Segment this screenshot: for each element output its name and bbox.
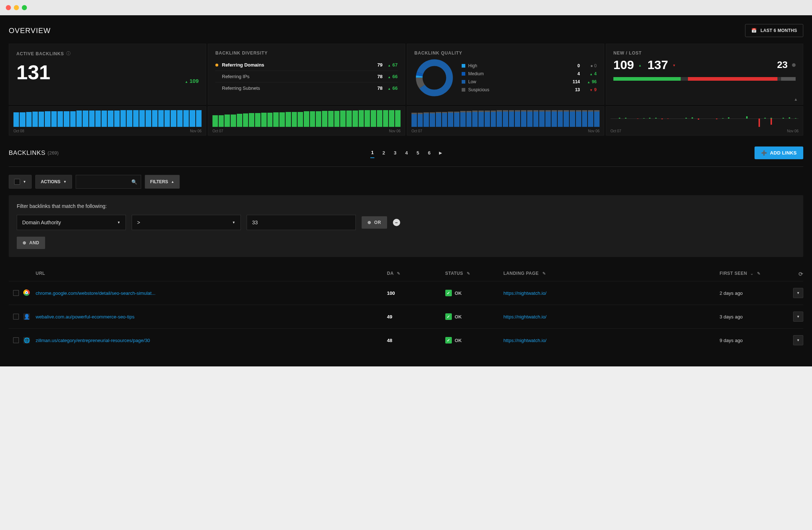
filter-intro: Filter backlinks that match the followin… [17, 203, 795, 209]
collapse-icon[interactable]: ▲ [794, 97, 798, 101]
filter-panel: Filter backlinks that match the followin… [9, 195, 803, 257]
row-menu-button[interactable]: ▼ [793, 288, 803, 298]
th-landing-page[interactable]: LANDING PAGE [503, 271, 539, 276]
landing-page-link[interactable]: https://nightwatch.io/ [503, 314, 547, 320]
svg-point-3 [419, 63, 449, 93]
status-badge: ✓OK [445, 290, 462, 296]
minimize-window-icon[interactable] [14, 5, 19, 10]
next-page-icon[interactable]: ▶ [438, 149, 443, 157]
da-value: 48 [387, 338, 392, 343]
window-titlebar [0, 0, 812, 15]
filter-operator-value: > [137, 220, 140, 225]
calendar-icon: 📅 [751, 28, 757, 33]
url-link[interactable]: chrome.google.com/webstore/detail/seo-se… [36, 290, 155, 296]
backlinks-table: URL DA ✎ STATUS ✎ LANDING PAGE ✎ FIRST S… [9, 267, 803, 352]
search-icon: 🔍 [131, 179, 137, 185]
favicon-icon [23, 289, 30, 296]
add-links-label: ADD LINKS [770, 150, 797, 156]
row-checkbox[interactable] [13, 290, 19, 296]
card-title: BACKLINK QUALITY [414, 51, 597, 56]
new-count: 109 [613, 58, 634, 72]
spark-quality: Oct 07 Nov 06 [407, 106, 604, 136]
lost-count: 137 [648, 58, 668, 72]
diversity-row[interactable]: Referring Subnets7866 [215, 83, 398, 94]
edit-icon[interactable]: ✎ [757, 271, 761, 276]
edit-icon[interactable]: ✎ [542, 271, 546, 276]
filter-value: 33 [252, 220, 258, 225]
spark-x-end: Nov 06 [389, 129, 401, 133]
favicon-icon: 👤 [23, 313, 30, 320]
table-row: 👤webalive.com.au/powerful-ecommerce-seo-… [9, 305, 803, 328]
row-menu-button[interactable]: ▼ [793, 335, 803, 345]
card-title: NEW / LOST [613, 51, 796, 56]
quality-legend-row: Suspicious139 [462, 86, 597, 94]
date-range-label: LAST 6 MONTHS [760, 28, 797, 33]
page-4[interactable]: 4 [405, 148, 409, 158]
edit-icon[interactable]: ✎ [397, 271, 401, 276]
chevron-down-icon: ▼ [232, 221, 235, 224]
add-links-button[interactable]: ➕ ADD LINKS [755, 146, 803, 159]
landing-page-link[interactable]: https://nightwatch.io/ [503, 290, 547, 296]
backlinks-title: BACKLINKS [9, 149, 45, 157]
actions-label: ACTIONS [41, 179, 60, 184]
spark-x-start: Oct 07 [411, 129, 422, 133]
spark-diversity: Oct 07 Nov 06 [208, 106, 405, 136]
page-5[interactable]: 5 [416, 148, 420, 158]
first-seen-value: 9 days ago [720, 338, 743, 343]
row-checkbox[interactable] [13, 314, 19, 320]
status-badge: ✓OK [445, 337, 462, 344]
page-3[interactable]: 3 [393, 148, 397, 158]
grey-dot-icon [792, 63, 796, 67]
close-window-icon[interactable] [6, 5, 11, 10]
status-badge: ✓OK [445, 313, 462, 320]
diversity-row[interactable]: Referring IPs7866 [215, 71, 398, 83]
quality-legend-row: High0● 0 [462, 62, 597, 70]
chevron-down-icon[interactable]: ⌄ [750, 271, 754, 276]
url-link[interactable]: webalive.com.au/powerful-ecommerce-seo-t… [36, 314, 135, 320]
page-2[interactable]: 2 [382, 148, 386, 158]
filter-field-value: Domain Authority [22, 220, 61, 225]
spark-active-backlinks: Oct 08 Nov 06 [9, 106, 206, 136]
url-link[interactable]: zillman.us/category/entrepreneurial-reso… [36, 338, 150, 343]
page-6[interactable]: 6 [427, 148, 431, 158]
remove-filter-button[interactable]: − [393, 219, 400, 226]
diversity-row[interactable]: Referring Domains7967 [215, 59, 398, 71]
select-all-checkbox[interactable]: ▼ [9, 175, 32, 189]
date-range-button[interactable]: 📅 LAST 6 MONTHS [745, 24, 803, 37]
and-label: AND [29, 240, 40, 245]
search-input[interactable]: 🔍 [76, 175, 141, 189]
active-backlinks-delta: 109 [185, 78, 199, 84]
plus-circle-icon: ⊕ [367, 220, 371, 225]
filter-field-select[interactable]: Domain Authority ▼ [17, 215, 126, 230]
maximize-window-icon[interactable] [22, 5, 27, 10]
refresh-icon[interactable]: ⟳ [799, 271, 804, 277]
card-quality: BACKLINK QUALITY High0● 0Medium44Low1149… [407, 44, 604, 105]
landing-page-link[interactable]: https://nightwatch.io/ [503, 338, 547, 343]
lost-delta-icon [672, 62, 677, 68]
or-label: OR [374, 220, 381, 225]
filter-and-button[interactable]: ⊕ AND [17, 237, 45, 249]
filter-or-button[interactable]: ⊕ OR [362, 216, 387, 229]
spark-x-end: Nov 06 [190, 129, 202, 133]
quality-legend-row: Low11496 [462, 78, 597, 86]
info-icon[interactable]: ⓘ [66, 51, 71, 57]
plus-icon: ➕ [761, 150, 767, 156]
card-active-backlinks: ACTIVE BACKLINKS ⓘ 131 109 [9, 44, 206, 105]
th-url[interactable]: URL [36, 271, 387, 277]
th-status[interactable]: STATUS [445, 271, 463, 276]
th-da[interactable]: DA [387, 271, 394, 276]
active-backlinks-value: 131 [16, 60, 50, 84]
quality-legend-row: Medium44 [462, 70, 597, 78]
row-checkbox[interactable] [13, 337, 19, 343]
edit-icon[interactable]: ✎ [467, 271, 470, 276]
filter-operator-select[interactable]: > ▼ [132, 215, 241, 230]
filters-toggle[interactable]: FILTERS ▲ [145, 175, 180, 189]
th-first-seen[interactable]: FIRST SEEN [720, 271, 747, 276]
actions-dropdown[interactable]: ACTIONS ▼ [35, 175, 72, 189]
filter-value-input[interactable]: 33 [247, 215, 356, 230]
row-menu-button[interactable]: ▼ [793, 312, 803, 322]
spark-x-start: Oct 07 [212, 129, 223, 133]
divider [9, 166, 803, 167]
table-row: 🌐zillman.us/category/entrepreneurial-res… [9, 328, 803, 352]
page-1[interactable]: 1 [370, 148, 374, 158]
